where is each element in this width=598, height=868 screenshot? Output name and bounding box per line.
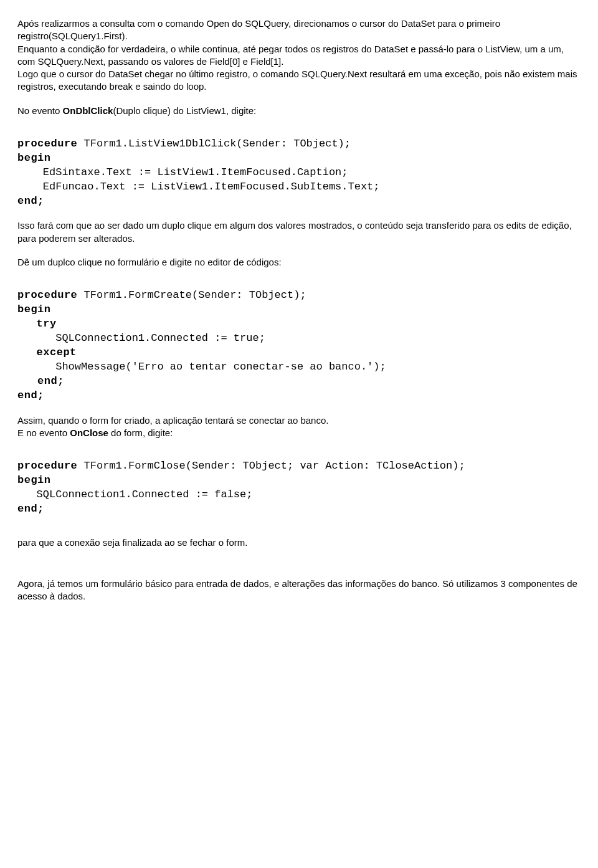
keyword-procedure: procedure bbox=[17, 289, 77, 301]
text: Enquanto a condição for verdadeira, o wh… bbox=[17, 44, 564, 67]
text: do form, digite: bbox=[108, 427, 173, 438]
paragraph-7: Assim, quando o form for criado, a aplic… bbox=[17, 414, 581, 440]
keyword-procedure: procedure bbox=[17, 138, 77, 150]
keyword-end: end; bbox=[17, 195, 44, 207]
code-text: TForm1.ListView1DblClick(Sender: TObject… bbox=[77, 138, 351, 150]
keyword-begin: begin bbox=[17, 474, 51, 486]
text: Após realizarmos a consulta com o comand… bbox=[17, 18, 500, 41]
code-block-1: procedure TForm1.ListView1DblClick(Sende… bbox=[17, 137, 581, 209]
keyword-begin: begin bbox=[17, 303, 51, 315]
bold-onclose: OnClose bbox=[70, 427, 108, 438]
text: (Duplo clique) do ListView1, digite: bbox=[113, 105, 256, 116]
keyword-try: try bbox=[37, 318, 57, 330]
keyword-end: end; bbox=[17, 389, 44, 401]
paragraph-5: Isso fará com que ao ser dado um duplo c… bbox=[17, 219, 581, 245]
text: Assim, quando o form for criado, a aplic… bbox=[17, 415, 328, 426]
code-text: TForm1.FormClose(Sender: TObject; var Ac… bbox=[77, 460, 465, 472]
keyword-end: end; bbox=[17, 503, 44, 515]
code-block-3: procedure TForm1.FormClose(Sender: TObje… bbox=[17, 459, 581, 517]
bold-ondblclick: OnDblClick bbox=[63, 105, 113, 116]
code-text: SQLConnection1.Connected := true; bbox=[17, 332, 265, 344]
code-text: ShowMessage('Erro ao tentar conectar-se … bbox=[17, 361, 386, 373]
code-block-2: procedure TForm1.FormCreate(Sender: TObj… bbox=[17, 289, 581, 403]
keyword-begin: begin bbox=[17, 152, 51, 164]
text: No evento bbox=[17, 105, 63, 116]
code-text: EdSintaxe.Text := ListView1.ItemFocused.… bbox=[17, 166, 348, 178]
paragraph-1: Após realizarmos a consulta com o comand… bbox=[17, 17, 581, 93]
keyword-procedure: procedure bbox=[17, 460, 77, 472]
code-text: TForm1.FormCreate(Sender: TObject); bbox=[77, 289, 306, 301]
text: Logo que o cursor do DataSet chegar no ú… bbox=[17, 69, 577, 92]
paragraph-9: Agora, já temos um formulário básico par… bbox=[17, 578, 581, 603]
text: E no evento bbox=[17, 427, 70, 438]
keyword-except: except bbox=[37, 346, 77, 358]
paragraph-6: Dê um duplco clique no formulário e digi… bbox=[17, 256, 581, 269]
code-text: EdFuncao.Text := ListView1.ItemFocused.S… bbox=[17, 181, 380, 193]
paragraph-8: para que a conexão seja finalizada ao se… bbox=[17, 537, 581, 549]
paragraph-4: No evento OnDblClick(Duplo clique) do Li… bbox=[17, 105, 581, 117]
keyword-end-inner: end; bbox=[17, 375, 64, 387]
code-text: SQLConnection1.Connected := false; bbox=[17, 489, 252, 500]
